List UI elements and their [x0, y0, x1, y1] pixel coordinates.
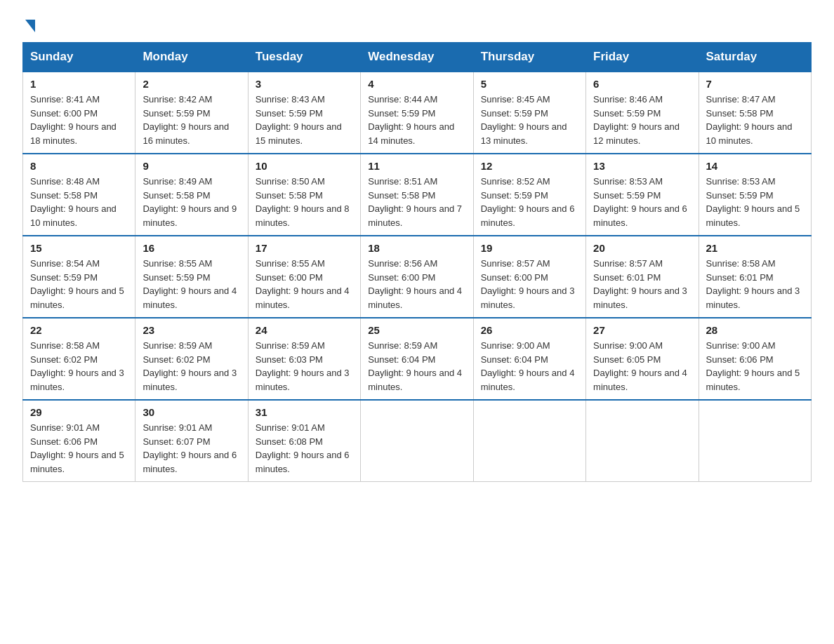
col-header-tuesday: Tuesday [248, 43, 360, 72]
day-cell: 19Sunrise: 8:57 AMSunset: 6:00 PMDayligh… [473, 236, 585, 318]
page-header [22, 17, 812, 29]
day-info: Sunrise: 9:01 AMSunset: 6:08 PMDaylight:… [256, 421, 353, 476]
day-info: Sunrise: 8:57 AMSunset: 6:00 PMDaylight:… [481, 257, 578, 311]
day-number: 17 [256, 242, 353, 254]
days-header-row: SundayMondayTuesdayWednesdayThursdayFrid… [23, 43, 812, 72]
col-header-wednesday: Wednesday [361, 43, 473, 72]
day-info: Sunrise: 8:46 AMSunset: 5:59 PMDaylight:… [593, 93, 691, 147]
logo-triangle-icon [25, 20, 35, 32]
day-info: Sunrise: 8:44 AMSunset: 5:59 PMDaylight:… [368, 93, 465, 147]
col-header-monday: Monday [135, 43, 248, 72]
day-cell: 30Sunrise: 9:01 AMSunset: 6:07 PMDayligh… [135, 400, 248, 482]
day-cell: 10Sunrise: 8:50 AMSunset: 5:58 PMDayligh… [248, 154, 360, 236]
day-cell [586, 400, 699, 482]
day-number: 14 [706, 160, 804, 172]
day-cell: 24Sunrise: 8:59 AMSunset: 6:03 PMDayligh… [248, 318, 360, 400]
day-number: 9 [143, 160, 240, 172]
calendar-table: SundayMondayTuesdayWednesdayThursdayFrid… [22, 42, 812, 482]
day-info: Sunrise: 8:51 AMSunset: 5:58 PMDaylight:… [368, 175, 465, 229]
week-row-5: 29Sunrise: 9:01 AMSunset: 6:06 PMDayligh… [23, 400, 812, 482]
day-number: 29 [30, 406, 128, 418]
day-cell: 17Sunrise: 8:55 AMSunset: 6:00 PMDayligh… [248, 236, 360, 318]
day-number: 5 [481, 78, 578, 90]
col-header-saturday: Saturday [699, 43, 811, 72]
day-number: 3 [256, 78, 353, 90]
day-cell [473, 400, 585, 482]
day-info: Sunrise: 9:00 AMSunset: 6:06 PMDaylight:… [706, 339, 804, 394]
day-cell: 6Sunrise: 8:46 AMSunset: 5:59 PMDaylight… [586, 72, 699, 154]
day-cell: 28Sunrise: 9:00 AMSunset: 6:06 PMDayligh… [699, 318, 811, 400]
day-info: Sunrise: 8:58 AMSunset: 6:02 PMDaylight:… [30, 339, 128, 394]
day-number: 26 [481, 324, 578, 336]
day-info: Sunrise: 8:59 AMSunset: 6:02 PMDaylight:… [143, 339, 240, 394]
day-cell: 9Sunrise: 8:49 AMSunset: 5:58 PMDaylight… [135, 154, 248, 236]
day-number: 7 [706, 78, 804, 90]
day-number: 18 [368, 242, 465, 254]
day-info: Sunrise: 8:49 AMSunset: 5:58 PMDaylight:… [143, 175, 240, 229]
day-number: 24 [256, 324, 353, 336]
day-number: 11 [368, 160, 465, 172]
day-number: 12 [481, 160, 578, 172]
day-cell: 13Sunrise: 8:53 AMSunset: 5:59 PMDayligh… [586, 154, 699, 236]
day-cell: 11Sunrise: 8:51 AMSunset: 5:58 PMDayligh… [361, 154, 473, 236]
day-cell: 26Sunrise: 9:00 AMSunset: 6:04 PMDayligh… [473, 318, 585, 400]
day-info: Sunrise: 8:47 AMSunset: 5:58 PMDaylight:… [706, 93, 804, 147]
day-cell: 23Sunrise: 8:59 AMSunset: 6:02 PMDayligh… [135, 318, 248, 400]
day-cell: 31Sunrise: 9:01 AMSunset: 6:08 PMDayligh… [248, 400, 360, 482]
day-info: Sunrise: 9:00 AMSunset: 6:05 PMDaylight:… [593, 339, 691, 394]
day-number: 13 [593, 160, 691, 172]
day-number: 31 [256, 406, 353, 418]
col-header-thursday: Thursday [473, 43, 585, 72]
day-cell: 4Sunrise: 8:44 AMSunset: 5:59 PMDaylight… [361, 72, 473, 154]
week-row-1: 1Sunrise: 8:41 AMSunset: 6:00 PMDaylight… [23, 72, 812, 154]
day-number: 16 [143, 242, 240, 254]
day-number: 23 [143, 324, 240, 336]
day-cell: 14Sunrise: 8:53 AMSunset: 5:59 PMDayligh… [699, 154, 811, 236]
day-info: Sunrise: 8:48 AMSunset: 5:58 PMDaylight:… [30, 175, 128, 229]
col-header-sunday: Sunday [23, 43, 135, 72]
day-number: 15 [30, 242, 128, 254]
day-info: Sunrise: 8:50 AMSunset: 5:58 PMDaylight:… [256, 175, 353, 229]
day-number: 6 [593, 78, 691, 90]
day-cell: 2Sunrise: 8:42 AMSunset: 5:59 PMDaylight… [135, 72, 248, 154]
day-cell: 16Sunrise: 8:55 AMSunset: 5:59 PMDayligh… [135, 236, 248, 318]
day-cell [361, 400, 473, 482]
day-info: Sunrise: 8:42 AMSunset: 5:59 PMDaylight:… [143, 93, 240, 147]
day-cell: 27Sunrise: 9:00 AMSunset: 6:05 PMDayligh… [586, 318, 699, 400]
day-cell: 5Sunrise: 8:45 AMSunset: 5:59 PMDaylight… [473, 72, 585, 154]
day-cell [699, 400, 811, 482]
day-cell: 20Sunrise: 8:57 AMSunset: 6:01 PMDayligh… [586, 236, 699, 318]
day-number: 19 [481, 242, 578, 254]
day-info: Sunrise: 8:55 AMSunset: 6:00 PMDaylight:… [256, 257, 353, 311]
day-number: 4 [368, 78, 465, 90]
day-cell: 18Sunrise: 8:56 AMSunset: 6:00 PMDayligh… [361, 236, 473, 318]
day-number: 27 [593, 324, 691, 336]
day-info: Sunrise: 8:59 AMSunset: 6:03 PMDaylight:… [256, 339, 353, 394]
week-row-4: 22Sunrise: 8:58 AMSunset: 6:02 PMDayligh… [23, 318, 812, 400]
day-cell: 12Sunrise: 8:52 AMSunset: 5:59 PMDayligh… [473, 154, 585, 236]
day-number: 10 [256, 160, 353, 172]
week-row-3: 15Sunrise: 8:54 AMSunset: 5:59 PMDayligh… [23, 236, 812, 318]
day-info: Sunrise: 9:01 AMSunset: 6:06 PMDaylight:… [30, 421, 128, 476]
day-cell: 1Sunrise: 8:41 AMSunset: 6:00 PMDaylight… [23, 72, 135, 154]
day-info: Sunrise: 8:52 AMSunset: 5:59 PMDaylight:… [481, 175, 578, 229]
day-info: Sunrise: 9:00 AMSunset: 6:04 PMDaylight:… [481, 339, 578, 394]
day-info: Sunrise: 8:54 AMSunset: 5:59 PMDaylight:… [30, 257, 128, 311]
day-number: 20 [593, 242, 691, 254]
day-number: 22 [30, 324, 128, 336]
day-info: Sunrise: 8:56 AMSunset: 6:00 PMDaylight:… [368, 257, 465, 311]
day-info: Sunrise: 8:55 AMSunset: 5:59 PMDaylight:… [143, 257, 240, 311]
day-cell: 22Sunrise: 8:58 AMSunset: 6:02 PMDayligh… [23, 318, 135, 400]
day-info: Sunrise: 9:01 AMSunset: 6:07 PMDaylight:… [143, 421, 240, 476]
day-number: 8 [30, 160, 128, 172]
day-info: Sunrise: 8:41 AMSunset: 6:00 PMDaylight:… [30, 93, 128, 147]
day-info: Sunrise: 8:43 AMSunset: 5:59 PMDaylight:… [256, 93, 353, 147]
day-number: 2 [143, 78, 240, 90]
day-info: Sunrise: 8:53 AMSunset: 5:59 PMDaylight:… [593, 175, 691, 229]
day-cell: 25Sunrise: 8:59 AMSunset: 6:04 PMDayligh… [361, 318, 473, 400]
day-number: 1 [30, 78, 128, 90]
day-info: Sunrise: 8:45 AMSunset: 5:59 PMDaylight:… [481, 93, 578, 147]
day-cell: 15Sunrise: 8:54 AMSunset: 5:59 PMDayligh… [23, 236, 135, 318]
day-info: Sunrise: 8:59 AMSunset: 6:04 PMDaylight:… [368, 339, 465, 394]
day-cell: 8Sunrise: 8:48 AMSunset: 5:58 PMDaylight… [23, 154, 135, 236]
